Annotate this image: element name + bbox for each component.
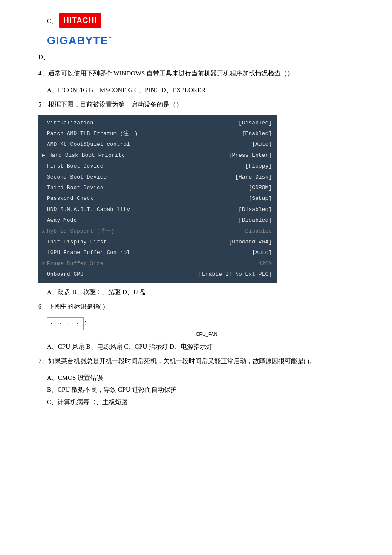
bios-item-value: [CDROM] bbox=[248, 183, 272, 193]
bios-item-label: Away Mode bbox=[47, 215, 77, 225]
bios-item-value: [Auto] bbox=[252, 139, 272, 149]
bios-row: Third Boot Device[CDROM] bbox=[38, 182, 277, 193]
bios-item-label: Onboard GPU bbox=[47, 269, 84, 279]
option-d-section: GIGABYTE™ D、 bbox=[26, 31, 366, 63]
bios-row: Hard Disk Boot Priority[Press Enter] bbox=[38, 150, 277, 161]
bios-item-value: [Disabled] bbox=[239, 215, 272, 225]
bios-row: Password Check[Setup] bbox=[38, 193, 277, 204]
bios-item-label: Init Display First bbox=[47, 237, 107, 247]
bios-item-value: Disabled bbox=[245, 226, 272, 236]
bios-item-value: [Disabled] bbox=[239, 205, 272, 214]
bios-row: xFrame Buffer Size128M bbox=[38, 258, 277, 269]
bios-row: Init Display First[Onboard VGA] bbox=[38, 237, 277, 247]
bios-item-label: Hard Disk Boot Priority bbox=[42, 150, 125, 160]
q5-answer: A、硬盘 B、软驱 C、光驱 D、U 盘 bbox=[47, 286, 366, 298]
bios-row: First Boot Device[Floppy] bbox=[38, 161, 277, 171]
cpu-fan-connector: · · · · bbox=[47, 317, 84, 331]
c-label: C、 bbox=[47, 17, 58, 24]
question-6: 6、下图中的标识是指( ) bbox=[38, 301, 366, 313]
bios-item-label: HDD S.M.A.R.T. Capability bbox=[47, 205, 130, 214]
question-4: 4、通常可以使用下列哪个 WINDOWS 自带工具来进行当前机器开机程序加载情况… bbox=[38, 67, 366, 80]
bios-item-label: AMD K8 Cool&Quiet control bbox=[47, 139, 130, 149]
q4-text: 4、通常可以使用下列哪个 WINDOWS 自带工具来进行当前机器开机程序加载情况… bbox=[38, 67, 366, 80]
bios-item-value: [Auto] bbox=[252, 248, 272, 257]
question-5: 5、根据下图，目前被设置为第一启动设备的是（） bbox=[38, 98, 366, 111]
bios-item-value: [Onboard VGA] bbox=[229, 237, 272, 247]
bios-row: Patch AMD TLB Erratum (注一)[Enabled] bbox=[38, 128, 277, 139]
bios-row: Away Mode[Disabled] bbox=[38, 215, 277, 225]
bios-item-value: [Disabled] bbox=[239, 118, 272, 128]
q6-text: 6、下图中的标识是指( ) bbox=[38, 301, 366, 313]
bios-item-value: [Hard Disk] bbox=[235, 172, 272, 182]
bios-item-value: [Enable If No Ext PEG] bbox=[199, 269, 272, 279]
q6-answer: A、CPU 风扇 B、电源风扇 C、CPU 指示灯 D、电源指示灯 bbox=[47, 341, 366, 353]
q7-text: 7、如果某台机器总是开机一段时间后死机，关机一段时间后又能正常启动，故障原因很可… bbox=[38, 355, 366, 367]
q7-answer-a: A、CMOS 设置错误 bbox=[47, 372, 366, 384]
bios-item-label: Password Check bbox=[47, 194, 93, 203]
bios-item-label: First Boot Device bbox=[47, 161, 104, 171]
bios-row: Virtualization[Disabled] bbox=[38, 118, 277, 128]
page-content: C、 HITACHI GIGABYTE™ D、 4、通常可以使用下列哪个 WIN… bbox=[26, 13, 366, 408]
bios-row: xHybrid Support (注一)Disabled bbox=[38, 226, 277, 237]
bios-screenshot: Virtualization[Disabled]Patch AMD TLB Er… bbox=[38, 115, 277, 283]
bios-row: HDD S.M.A.R.T. Capability[Disabled] bbox=[38, 204, 277, 215]
cpu-fan-diagram: · · · · 1 CPU_FAN bbox=[26, 317, 366, 339]
bios-row: iGPU Frame Buffer Control[Auto] bbox=[38, 247, 277, 258]
gigabyte-logo: GIGABYTE™ bbox=[47, 31, 114, 51]
hitachi-logo: HITACHI bbox=[59, 13, 101, 28]
bios-item-value: [Floppy] bbox=[245, 161, 272, 171]
bios-item-label: Virtualization bbox=[47, 118, 93, 128]
bios-item-value: [Enabled] bbox=[242, 129, 272, 139]
bios-item-label: Third Boot Device bbox=[47, 183, 104, 193]
d-label: D、 bbox=[38, 54, 49, 61]
bios-row: Onboard GPU[Enable If No Ext PEG] bbox=[38, 269, 277, 280]
bios-item-label: Patch AMD TLB Erratum (注一) bbox=[47, 129, 138, 139]
bios-item-label: xFrame Buffer Size bbox=[42, 259, 103, 269]
bios-row: Second Boot Device[Hard Disk] bbox=[38, 172, 277, 182]
cpu-fan-pin-number: 1 bbox=[84, 321, 87, 327]
bios-item-label: iGPU Frame Buffer Control bbox=[47, 248, 130, 257]
q7-answer-c: C、计算机病毒 D、主板短路 bbox=[47, 396, 366, 408]
bios-item-label: Second Boot Device bbox=[47, 172, 107, 182]
q4-answer: A、IPCONFIG B、MSCONFIG C、PING D、EXPLORER bbox=[47, 84, 366, 96]
cpu-fan-label-text: CPU_FAN bbox=[47, 330, 366, 339]
bios-item-value: [Setup] bbox=[248, 194, 272, 203]
bios-row: AMD K8 Cool&Quiet control[Auto] bbox=[38, 139, 277, 150]
bios-item-value: [Press Enter] bbox=[229, 150, 272, 160]
bios-item-label: xHybrid Support (注一) bbox=[42, 226, 114, 236]
q7-answer-b: B、CPU 散热不良，导致 CPU 过热而自动保护 bbox=[47, 384, 366, 396]
question-7: 7、如果某台机器总是开机一段时间后死机，关机一段时间后又能正常启动，故障原因很可… bbox=[38, 355, 366, 367]
q5-text: 5、根据下图，目前被设置为第一启动设备的是（） bbox=[38, 98, 366, 111]
option-c-section: C、 HITACHI bbox=[47, 13, 366, 28]
bios-item-value: 128M bbox=[259, 259, 272, 269]
